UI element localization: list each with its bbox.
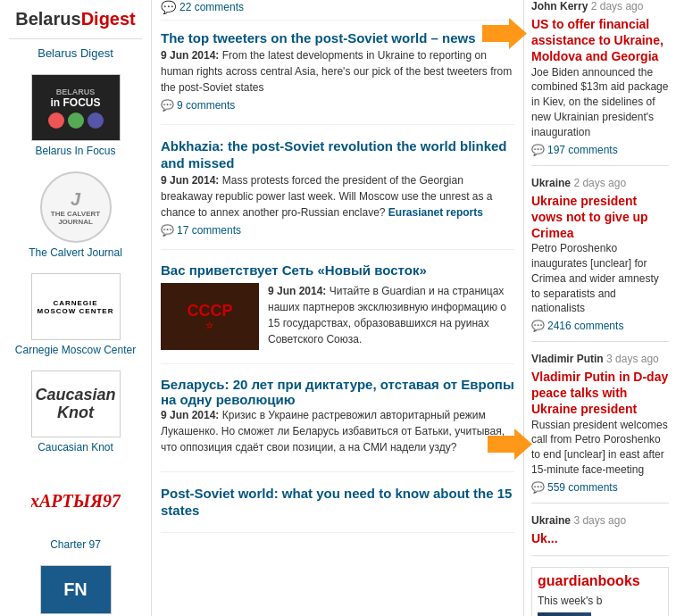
article-2-title[interactable]: Abkhazia: the post-Soviet revolution the… [161, 138, 507, 171]
guardian-books-section: guardianbooks This week's b HARRY'S LAST… [531, 567, 669, 616]
article-4: Беларусь: 20 лет при диктатуре, отставая… [161, 377, 514, 472]
svg-marker-0 [488, 429, 532, 460]
article-3-body: CCCP ☆ 9 Jun 2014: Читайте в Guardian и … [161, 283, 514, 351]
article-4-title[interactable]: Беларусь: 20 лет при диктатуре, отставая… [161, 377, 514, 407]
article-2-comments[interactable]: 💬 17 comments [161, 224, 514, 237]
sidebar-right: John Kerry 2 days ago US to offer financ… [524, 0, 676, 616]
comment-icon: 💬 [161, 0, 176, 14]
article-3-image: CCCP ☆ [161, 283, 259, 350]
kerry-title[interactable]: US to offer financial assistance to Ukra… [531, 17, 663, 63]
article-1-title[interactable]: The top tweeters on the post-Soviet worl… [161, 30, 476, 46]
article-2-meta: 9 Jun 2014: Mass protests forced the pre… [161, 172, 514, 221]
ukraine-title[interactable]: Ukraine president vows not to give up Cr… [531, 194, 648, 240]
article-1-comments[interactable]: 💬 9 comments [161, 99, 514, 112]
ukraine-comments[interactable]: 💬 2416 comments [531, 320, 669, 332]
article-1: The top tweeters on the post-Soviet worl… [161, 29, 514, 125]
sidebar-left: BelarusDigest Belarus Digest BELARUS in … [0, 0, 152, 616]
top-comments-link[interactable]: 22 comments [179, 1, 244, 13]
sidebar-item-carnegie[interactable]: CARNEGIE MOSCOW CENTER Carnegie Moscow C… [9, 273, 142, 356]
article-3: Вас приветствует Сеть «Новый восток» CCC… [161, 262, 514, 364]
article-4-meta: 9 Jun 2014: Кризис в Украине растревожил… [161, 407, 514, 455]
ukraine2-header: Ukraine 3 days ago [531, 514, 669, 527]
main-content: 💬 22 comments The top tweeters on the po… [152, 0, 524, 616]
orange-arrow-1 [482, 18, 527, 52]
putin-body: Russian president welcomes call from Pet… [531, 418, 669, 478]
putin-comments[interactable]: 💬 559 comments [531, 481, 669, 494]
article-1-meta: 9 Jun 2014: From the latest developments… [161, 47, 514, 96]
sidebar-item-belarus-focus[interactable]: BELARUS in FOCUS Belarus In Focus [9, 74, 142, 157]
right-item-ukraine-2: Ukraine 3 days ago Uk... [531, 514, 669, 556]
putin-header: Vladimir Putin 3 days ago [531, 353, 669, 365]
sidebar-item-charter97[interactable]: хАРТЫЯ97 Charter 97 [9, 468, 142, 551]
article-5-title[interactable]: Post-Soviet world: what you need to know… [161, 486, 512, 519]
sidebar-item-calvert[interactable]: J THE CALVERTJOURNAL The Calvert Journal [9, 171, 142, 259]
ukraine-body: Petro Poroshenko inaugurates [unclear] f… [531, 241, 669, 316]
guardian-books-header: guardianbooks [538, 573, 663, 589]
orange-arrow-2 [488, 429, 532, 462]
article-2: Abkhazia: the post-Soviet revolution the… [161, 137, 514, 250]
right-item-kerry: John Kerry 2 days ago US to offer financ… [531, 0, 669, 166]
ukraine2-title[interactable]: Uk... [531, 531, 558, 545]
book-cover: HARRY'S LAST STAND [538, 612, 591, 616]
guardian-weeks: This week's b [538, 595, 663, 607]
kerry-body: Joe Biden announced the combined $13m ai… [531, 65, 669, 140]
logo-text: BelarusDigest [15, 9, 136, 29]
kerry-comments[interactable]: 💬 197 comments [531, 144, 669, 156]
sidebar-item-extra[interactable]: FN [9, 565, 142, 614]
kerry-header: John Kerry 2 days ago [531, 0, 669, 12]
right-item-ukraine: Ukraine 2 days ago Ukraine president vow… [531, 177, 669, 343]
putin-title[interactable]: Vladimir Putin in D-day peace talks with… [531, 370, 668, 416]
ukraine-header: Ukraine 2 days ago [531, 177, 669, 189]
site-logo[interactable]: BelarusDigest [9, 9, 142, 29]
sidebar-item-caucasian-knot[interactable]: CaucasianKnot Caucasian Knot [9, 370, 142, 454]
sidebar-item-belarus-digest[interactable]: Belarus Digest [9, 46, 142, 60]
svg-marker-1 [482, 18, 527, 49]
article-5: Post-Soviet world: what you need to know… [161, 485, 514, 533]
top-comments-bar: 💬 22 comments [161, 0, 514, 21]
article-3-title[interactable]: Вас приветствует Сеть «Новый восток» [161, 262, 427, 278]
right-item-putin: Vladimir Putin 3 days ago Vladimir Putin… [531, 353, 669, 504]
